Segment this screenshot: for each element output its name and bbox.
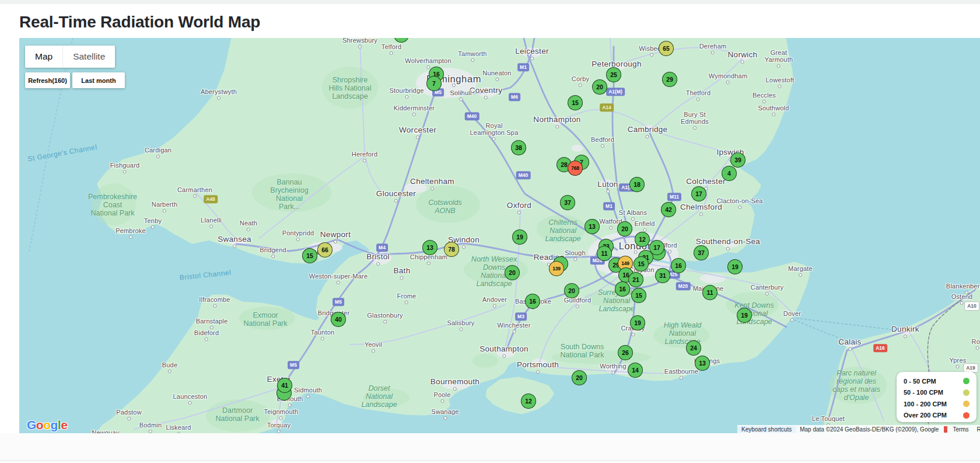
radiation-marker[interactable]: 13 [695,356,710,371]
area-label: South Downs National Park [560,343,604,359]
radiation-marker[interactable]: 19 [737,308,752,323]
map-canvas[interactable]: St George's ChannelBristol Channel Shrop… [19,38,980,433]
radiation-marker[interactable]: 66 [317,242,332,257]
city-label: Bridgend [260,246,286,253]
radiation-marker[interactable]: 11 [702,285,718,300]
radiation-marker[interactable]: 12 [521,394,536,409]
radiation-marker[interactable]: 24 [686,340,701,356]
city-label: Swanage [431,408,459,415]
legend-item: Over 200 CPM [897,410,977,422]
road-badge: M40 [516,171,531,179]
map-type-satellite-button[interactable]: Satellite [62,46,115,68]
city-label: Eastbourne [664,368,698,375]
radiation-marker[interactable]: 7 [426,76,442,91]
radiation-marker[interactable]: 65 [659,41,674,56]
radiation-marker[interactable]: 18 [629,177,645,192]
keyboard-shortcuts-button[interactable]: Keyboard shortcuts [737,426,796,433]
city-label: Cheltenham [410,177,454,186]
radiation-marker[interactable]: 78 [444,242,459,257]
radiation-marker[interactable]: 139 [549,261,564,276]
radiation-marker[interactable]: 21 [628,272,643,287]
city-label: Bideford [194,329,219,336]
city-label: Bury St Edmunds [681,111,709,125]
city-label: Luton [597,180,618,189]
radiation-marker[interactable]: 768 [568,161,583,176]
radiation-marker[interactable]: 37 [694,245,709,260]
radiation-marker[interactable]: 15 [302,248,317,263]
radiation-marker[interactable]: 41 [277,378,292,393]
legend-color-dot [963,412,970,419]
page-title: Real-Time Radiation World Map [19,13,260,32]
radiation-marker[interactable]: 42 [661,202,676,217]
terms-link[interactable]: Terms [949,426,972,433]
map-attribution-bar: Keyboard shortcuts Map data ©2024 GeoBas… [737,425,980,433]
radiation-marker[interactable]: 16 [671,258,686,273]
city-label: Barnstaple [196,318,228,325]
radiation-marker[interactable]: 29 [662,72,677,87]
area-label: Shropshire Hills National Landscape [329,76,372,100]
city-label: Bristol [366,253,390,261]
legend-item: 50 - 100 CPM [897,387,977,399]
city-label: Launceston [173,393,208,400]
city-label: Winchester [497,322,530,329]
map-type-map-button[interactable]: Map [25,46,62,68]
radiation-marker[interactable]: 12 [635,232,650,247]
city-label: Dunkirk [891,325,919,333]
city-label: Northampton [533,116,580,124]
google-logo[interactable]: Google [27,418,67,432]
last-month-button[interactable]: Last month [72,72,125,88]
radiation-marker[interactable]: 19 [512,229,527,245]
radiation-marker[interactable]: 20 [592,79,607,95]
radiation-marker[interactable]: 15 [634,256,649,271]
radiation-marker[interactable]: 13 [584,219,600,234]
page-bottom-area [0,433,980,463]
radiation-marker[interactable]: 38 [511,140,526,155]
radiation-marker[interactable]: 15 [568,95,583,110]
legend-color-dot [963,389,970,396]
city-label: Torquay [267,422,291,429]
radiation-marker[interactable]: 31 [655,268,670,283]
google-logo-letter: o [36,418,43,431]
city-label: Taunton [311,329,335,336]
area-label: Chilterns National Landscape [545,218,580,243]
legend-color-dot [963,378,970,384]
city-label: Carmarthen [177,186,212,193]
radiation-marker[interactable]: 20 [617,221,632,236]
area-label: Exmoor National Park [243,311,287,328]
radiation-marker[interactable]: 37 [560,195,575,210]
city-label: Hereford [352,151,377,158]
radiation-marker[interactable]: 16 [615,281,630,297]
area-label: Cotswolds AONB [428,199,462,215]
city-label: Colchester [686,177,726,186]
radiation-marker[interactable]: 13 [422,240,438,255]
report-map-error-link[interactable]: Report a map error [973,426,980,433]
radiation-marker[interactable]: 20 [564,283,579,298]
radiation-marker[interactable]: 11 [597,246,612,261]
refresh-button[interactable]: Refresh(160) [25,72,70,88]
city-label: Teignmouth [264,408,299,415]
radiation-marker[interactable]: 14 [628,363,643,378]
radiation-marker[interactable]: 39 [730,152,746,168]
city-label: Peterborough [592,60,641,68]
radiation-marker[interactable]: 19 [727,259,743,274]
legend-label: 50 - 100 CPM [904,389,943,396]
radiation-marker[interactable]: 20 [505,265,520,280]
city-label: Weston-super-Mare [309,273,368,280]
radiation-marker[interactable]: 25 [606,67,621,82]
radiation-marker[interactable]: 17 [691,186,706,201]
radiation-marker[interactable]: 15 [631,288,646,303]
area-label: Dorset National Landscape [361,384,397,409]
google-logo-letter: g [51,418,58,431]
radiation-marker[interactable]: 40 [331,312,346,327]
city-label: Andover [482,296,507,303]
area-label: Pembrokeshire Coast National Park [88,193,137,217]
radiation-marker[interactable]: 26 [618,345,633,360]
radiation-marker[interactable]: 16 [525,294,540,309]
city-label: Gloucester [376,190,416,198]
cpm-legend: 0 - 50 CPM50 - 100 CPM100 - 200 CPMOver … [897,372,977,422]
city-label: Narberth [152,201,177,208]
city-label: Glastonbury [367,312,403,319]
radiation-marker[interactable]: 20 [572,370,587,385]
radiation-marker[interactable]: 19 [630,315,645,330]
radiation-marker[interactable]: 4 [722,166,737,181]
